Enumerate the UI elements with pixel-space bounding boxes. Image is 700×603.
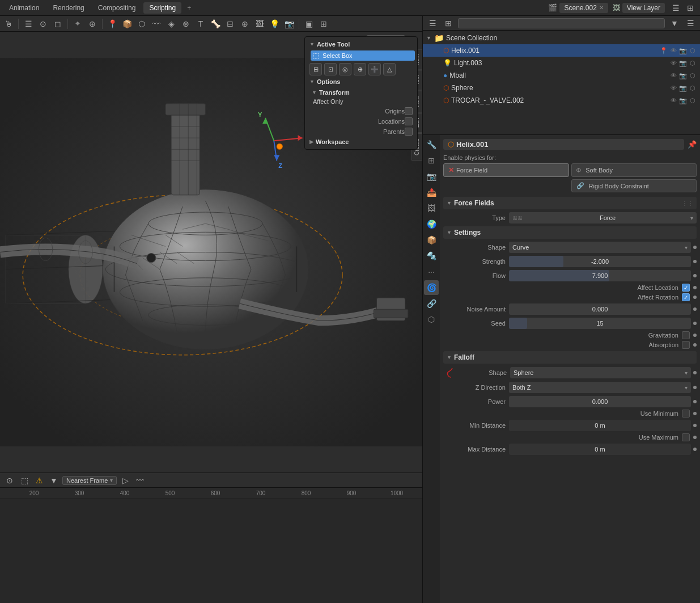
props-icon-physics[interactable]: 🌀 — [424, 280, 439, 295]
props-icon-active[interactable]: ⊞ — [424, 153, 439, 168]
scene-collection-row[interactable]: ▼ 📁 Scene Collection — [423, 32, 700, 44]
tab-rendering[interactable]: Rendering — [47, 2, 90, 14]
viewport-armature-icon[interactable]: 🦴 — [209, 18, 222, 30]
light-vis-icon[interactable]: 👁 — [669, 60, 677, 67]
seed-input[interactable]: 15 — [509, 318, 691, 329]
strength-input[interactable]: -2.000 — [509, 256, 691, 267]
gravitation-checkbox[interactable] — [682, 331, 690, 339]
viewport-xray-icon[interactable]: ▣ — [303, 18, 315, 30]
props-object-selector[interactable]: ⬡ Helix.001 — [443, 139, 684, 150]
locations-checkbox[interactable] — [405, 117, 413, 125]
rigid-body-constraint-button[interactable]: 🔗 Rigid Body Constraint — [571, 179, 697, 192]
viewport-overlay-icon[interactable]: ☰ — [22, 18, 35, 30]
props-icon-particles[interactable]: ·∙· — [424, 264, 439, 279]
z-direction-selector[interactable]: Both Z ▾ — [509, 382, 691, 393]
props-icon-world[interactable]: 🌍 — [424, 217, 439, 231]
falloff-shape-selector[interactable]: Sphere ▾ — [510, 367, 691, 378]
outliner-search-input[interactable] — [458, 18, 665, 28]
tool-icon-6[interactable]: △ — [383, 63, 396, 75]
falloff-header[interactable]: ▼ Falloff — [443, 351, 697, 364]
viewport-canvas[interactable]: Y X Z — [0, 32, 422, 473]
viewport-camera-icon[interactable]: 📷 — [283, 18, 295, 30]
tool-icon-3[interactable]: ◎ — [339, 63, 351, 75]
viewport-light-icon[interactable]: 💡 — [268, 18, 281, 30]
viewport-object-icon[interactable]: 📦 — [121, 18, 133, 30]
viewport-snap-icon[interactable]: ⌖ — [71, 18, 84, 30]
force-fields-header[interactable]: ▼ Force Fields ⋮⋮ — [443, 197, 697, 209]
props-icon-constraints[interactable]: 🔗 — [424, 296, 439, 311]
outliner-filter-icon[interactable]: ▼ — [668, 17, 681, 29]
mball-data-icon[interactable]: ⬡ — [689, 72, 697, 79]
viewport-surface-icon[interactable]: ◈ — [165, 18, 177, 30]
select-box-button[interactable]: ⬚ Select Box — [311, 50, 415, 61]
object-light003[interactable]: 💡 Light.003 👁 📷 ⬡ — [423, 57, 700, 69]
absorption-checkbox[interactable] — [682, 341, 690, 349]
object-sphere[interactable]: ⬡ Sphere 👁 📷 ⬡ — [423, 82, 700, 94]
parents-checkbox[interactable] — [405, 128, 413, 136]
helix-pin-icon[interactable]: 📍 — [660, 47, 668, 54]
helix-vis-icon[interactable]: 👁 — [669, 47, 677, 54]
type-selector[interactable]: ≋≋ Force ▾ — [509, 212, 697, 224]
settings-header[interactable]: ▼ Settings — [443, 226, 697, 239]
tool-icon-4[interactable]: ⊕ — [354, 63, 366, 75]
options-header[interactable]: ▼ Options — [307, 77, 415, 87]
viewport-rendered-icon[interactable]: ⊞ — [317, 18, 330, 30]
timeline-tracks[interactable] — [0, 499, 422, 603]
tool-icon-5[interactable]: ➕ — [368, 63, 381, 75]
light-data-icon[interactable]: ⬡ — [689, 60, 697, 67]
active-tool-header[interactable]: ▼ Active Tool — [307, 39, 415, 49]
trocar-vis-icon[interactable]: 👁 — [669, 97, 677, 104]
tool-icon-1[interactable]: ⊞ — [309, 63, 322, 75]
sphere-render-icon[interactable]: 📷 — [679, 85, 687, 92]
timeline-curve-icon[interactable]: 〰 — [134, 474, 146, 487]
scene-selector[interactable]: Scene.002 ✕ — [559, 3, 608, 13]
props-icon-object[interactable]: 📦 — [424, 233, 439, 247]
viewport-shading-icon[interactable]: ⊙ — [37, 18, 49, 30]
workspace-header[interactable]: ▶ Workspace — [307, 137, 415, 147]
nearest-frame-selector[interactable]: Nearest Frame ▾ — [62, 476, 117, 485]
top-bar-icon-1[interactable]: ☰ — [669, 2, 682, 14]
viewport-meta-icon[interactable]: ⊛ — [180, 18, 192, 30]
mball-render-icon[interactable]: 📷 — [679, 72, 687, 79]
outliner-menu-icon[interactable]: ☰ — [426, 17, 439, 29]
shape-selector[interactable]: Curve ▾ — [509, 242, 691, 253]
props-icon-data[interactable]: ⬡ — [424, 312, 439, 327]
trocar-data-icon[interactable]: ⬡ — [689, 97, 697, 104]
viewport-wire-icon[interactable]: ◻ — [52, 18, 64, 30]
props-icon-output[interactable]: 📤 — [424, 185, 439, 200]
props-icon-modifier[interactable]: 🔩 — [424, 248, 439, 263]
flow-input[interactable]: 7.900 — [509, 270, 691, 281]
viewport-text-icon[interactable]: T — [194, 18, 207, 30]
add-workspace-button[interactable]: + — [184, 2, 194, 14]
origins-checkbox[interactable] — [405, 107, 413, 115]
outliner-display-icon[interactable]: ⊞ — [442, 17, 455, 29]
top-bar-icon-2[interactable]: ⊞ — [684, 2, 697, 14]
soft-body-button[interactable]: Φ Soft Body — [571, 163, 697, 177]
props-pin-button[interactable]: 📌 — [688, 140, 697, 149]
viewport-proportional-icon[interactable]: ⊕ — [86, 18, 99, 30]
viewport-pin-icon[interactable]: 📍 — [106, 18, 118, 30]
min-distance-input[interactable]: 0 m — [509, 420, 691, 431]
force-field-button[interactable]: ✕ Force Field — [443, 163, 569, 177]
tab-animation[interactable]: Animation — [3, 2, 45, 14]
trocar-render-icon[interactable]: 📷 — [679, 97, 687, 104]
timeline-frame-icon[interactable]: ⬚ — [18, 474, 31, 487]
affect-location-checkbox[interactable]: ✓ — [682, 284, 690, 292]
props-icon-tools[interactable]: 🔧 — [424, 137, 439, 152]
props-icon-render[interactable]: 📷 — [424, 169, 439, 184]
viewport-mode-icon[interactable]: 🖱 — [2, 18, 15, 30]
view-layer-selector[interactable]: View Layer — [622, 3, 665, 13]
tab-compositing[interactable]: Compositing — [92, 2, 142, 14]
timeline-play-icon[interactable]: ▷ — [119, 474, 131, 487]
viewport-curve-icon[interactable]: 〰 — [150, 18, 163, 30]
transform-header[interactable]: ▼ Transform — [311, 88, 415, 97]
helix-data-icon[interactable]: ⬡ — [689, 47, 697, 54]
light-render-icon[interactable]: 📷 — [679, 60, 687, 67]
timeline-mode-icon[interactable]: ⊙ — [3, 474, 16, 487]
timeline-warning-icon[interactable]: ⚠ — [33, 474, 45, 487]
noise-amount-input[interactable]: 0.000 — [509, 303, 691, 315]
affect-rotation-checkbox[interactable]: ✓ — [682, 293, 690, 301]
object-helix001[interactable]: ⬡ Helix.001 📍 👁 📷 ⬡ — [423, 44, 700, 57]
viewport-empty-icon[interactable]: ⊕ — [239, 18, 251, 30]
outliner-settings-icon[interactable]: ☰ — [684, 17, 697, 29]
